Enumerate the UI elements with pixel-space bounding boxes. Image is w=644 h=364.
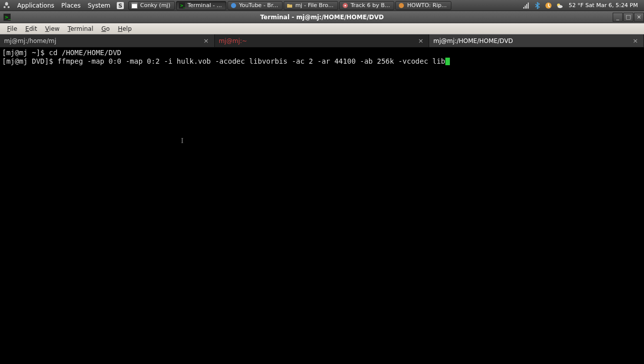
window-title: Terminal - mj@mj:/HOME/HOME/DVD [260,14,384,21]
terminal-line: [mj@mj ~]$ cd /HOME/HOME/DVD [2,49,642,57]
gnome-foot-icon[interactable] [2,1,11,10]
close-button[interactable]: × [634,13,644,22]
menubar: File Edit View Terminal Go Help [0,23,644,34]
globe-icon [398,2,405,9]
task-conky[interactable]: Conky (mj) [128,1,175,10]
weather-icon[interactable] [556,2,564,10]
tab-label: mj@mj:/home/mj [4,37,56,44]
svg-rect-12 [526,4,527,9]
system-menu[interactable]: System [84,2,113,9]
gnome-top-panel: Applications Places System S Conky (mj) … [0,0,644,11]
terminal-line: [mj@mj DVD]$ ffmpeg -map 0:0 -map 0:2 -i… [2,57,642,66]
svg-rect-11 [525,6,526,9]
task-label: Conky (mj) [140,2,170,9]
taskbar: Conky (mj) >_ Terminal - ... YouTube - B… [128,1,522,10]
tab-close-icon[interactable]: × [417,37,425,45]
svg-rect-10 [523,7,524,9]
window-controls: _ □ × [612,13,644,22]
tab-close-icon[interactable]: × [202,37,210,45]
task-label: Terminal - ... [188,2,222,9]
window-titlebar: >_ Terminal - mj@mj:/HOME/HOME/DVD _ □ × [0,11,644,23]
panel-right: 52 °F Sat Mar 6, 5:24 PM [522,2,642,10]
svg-point-16 [558,5,563,8]
update-icon[interactable] [544,2,553,10]
terminal-app-icon[interactable]: >_ [3,13,11,21]
minimize-button[interactable]: _ [613,13,623,22]
svg-point-9 [399,3,404,8]
ibeam-pointer-icon: I [181,136,183,145]
panel-left: Applications Places System S [2,1,124,10]
task-label: mj - File Bro... [295,2,334,9]
svg-text:>_: >_ [180,4,185,8]
tab-label: mj@mj:/HOME/HOME/DVD [433,37,513,44]
svg-point-8 [344,5,346,6]
svg-text:S: S [118,3,122,9]
terminal-tab-3[interactable]: mj@mj:/HOME/HOME/DVD × [429,34,644,47]
menu-go[interactable]: Go [98,25,114,32]
menu-file[interactable]: File [3,25,21,32]
terminal-tab-1[interactable]: mj@mj:/home/mj × [0,34,215,47]
svg-point-6 [231,3,236,8]
svg-rect-13 [528,3,529,9]
task-label: YouTube - Br... [239,2,278,9]
svg-rect-3 [132,4,137,8]
task-label: HOWTO: Rip... [407,2,446,9]
menu-terminal[interactable]: Terminal [64,25,98,32]
svg-text:>_: >_ [5,15,11,20]
tab-close-icon[interactable]: × [631,37,639,45]
network-icon[interactable] [522,2,530,10]
maximize-button[interactable]: □ [623,13,633,22]
tab-label: mj@mj:~ [219,37,247,44]
task-youtube[interactable]: YouTube - Br... [227,1,283,10]
applications-menu[interactable]: Applications [14,2,57,9]
bluetooth-icon[interactable] [533,2,541,10]
task-filebrowser[interactable]: mj - File Bro... [284,1,338,10]
terminal-output[interactable]: [mj@mj ~]$ cd /HOME/HOME/DVD [mj@mj DVD]… [0,48,644,364]
task-track[interactable]: Track 6 by B... [339,1,395,10]
menu-help[interactable]: Help [114,25,135,32]
task-terminal[interactable]: >_ Terminal - ... [176,1,226,10]
terminal-icon: >_ [178,2,186,9]
globe-icon [230,2,237,9]
task-howto[interactable]: HOWTO: Rip... [395,1,451,10]
task-label: Track 6 by B... [351,2,390,9]
music-icon [342,2,349,9]
terminal-tab-2[interactable]: mj@mj:~ × [215,34,430,47]
terminal-cursor [445,58,450,65]
menu-view[interactable]: View [41,25,63,32]
folder-icon [286,2,293,9]
menu-edit[interactable]: Edit [21,25,41,32]
places-menu[interactable]: Places [58,2,83,9]
clock[interactable]: 52 °F Sat Mar 6, 5:24 PM [567,2,640,9]
terminal-tabs: mj@mj:/home/mj × mj@mj:~ × mj@mj:/HOME/H… [0,34,644,48]
system-launcher-icon[interactable]: S [116,2,124,10]
window-icon [131,2,138,9]
